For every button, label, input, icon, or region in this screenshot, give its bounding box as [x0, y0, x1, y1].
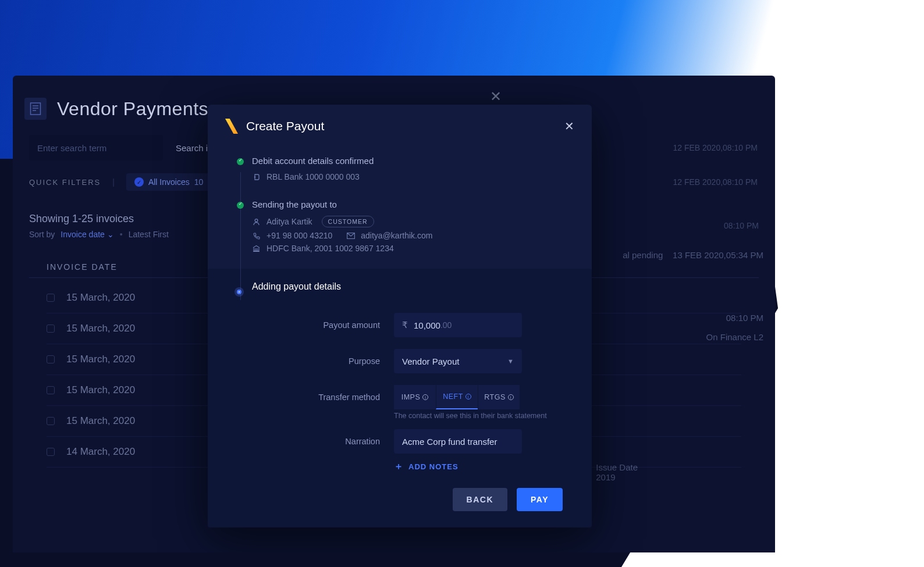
recipient-bank: HDFC Bank, 2001 1002 9867 1234	[266, 244, 394, 253]
svg-rect-0	[31, 103, 41, 115]
step-debit-account: Debit account details confirmed RBL Bank…	[237, 150, 574, 194]
bank-icon	[252, 173, 261, 181]
chevron-down-icon: ▼	[507, 358, 514, 365]
close-icon[interactable]: ✕	[564, 119, 574, 133]
back-button[interactable]: BACK	[453, 488, 507, 511]
user-icon	[252, 217, 261, 226]
step-done-icon	[237, 158, 244, 165]
method-segmented: IMPSi NEFTi RTGSi	[394, 385, 520, 409]
amount-value: 10,000	[414, 320, 440, 330]
step-active-icon	[237, 290, 241, 294]
search-input[interactable]	[29, 135, 163, 161]
row-purpose: Purpose Vendor Payout ▼	[237, 343, 563, 379]
row-date: 15 March, 2020	[66, 292, 159, 304]
row-checkbox[interactable]	[47, 386, 55, 394]
receipt-icon	[24, 98, 47, 120]
method-label: Transfer method	[237, 393, 380, 402]
app-frame: ✕ Vendor Payments Search in 12 FEB 2020,…	[13, 76, 775, 552]
info-icon: i	[465, 394, 471, 400]
row-checkbox[interactable]	[47, 448, 55, 456]
svg-point-4	[254, 176, 255, 177]
purpose-value: Vendor Payout	[402, 356, 459, 366]
recipient-name: Aditya Kartik	[266, 217, 312, 226]
step1-bank: RBL Bank 1000 0000 003	[266, 172, 360, 181]
row-date: 15 March, 2020	[66, 415, 159, 427]
phone-icon	[252, 231, 261, 240]
amount-field[interactable]: ₹ 10,000.00	[394, 313, 522, 337]
svg-point-5	[255, 219, 258, 222]
divider: |	[112, 177, 115, 187]
rupee-icon: ₹	[402, 320, 408, 330]
method-imps[interactable]: IMPSi	[394, 385, 436, 409]
purpose-select[interactable]: Vendor Payout ▼	[394, 349, 522, 373]
filter-count: 10	[194, 177, 204, 187]
side-finance: 08:10 PM On Finance L2	[706, 313, 763, 342]
filter-all-invoices[interactable]: ✓ All Invoices 10	[126, 173, 211, 191]
page-title: Vendor Payments	[57, 98, 208, 120]
step3-title: Adding payout details	[252, 281, 563, 292]
mail-icon	[346, 231, 355, 240]
side-issue-date: Issue Date 2019	[596, 462, 638, 482]
recipient-email: aditya@karthik.com	[361, 231, 432, 240]
add-notes-button[interactable]: ＋ ADD NOTES	[394, 462, 459, 471]
search-in-label: Search in	[176, 143, 212, 153]
filter-label: All Invoices	[148, 177, 190, 187]
bank-building-icon	[252, 244, 261, 253]
modal-title: Create Payout	[246, 119, 324, 133]
narration-input[interactable]	[394, 429, 522, 454]
timestamp: 12 FEB 2020,08:10 PM	[673, 177, 758, 187]
customer-badge: CUSTOMER	[322, 216, 374, 227]
row-date: 15 March, 2020	[66, 384, 159, 396]
row-method: Transfer method IMPSi NEFTi RTGSi	[237, 379, 563, 415]
row-narration: Narration	[237, 423, 563, 459]
frame-close-icon[interactable]: ✕	[490, 88, 502, 105]
timestamp: 08:10 PM	[724, 221, 759, 230]
step2-title: Sending the payout to	[252, 199, 574, 209]
plus-icon: ＋	[394, 462, 404, 471]
amount-label: Payout amount	[237, 320, 380, 330]
row-date: 15 March, 2020	[66, 323, 159, 334]
info-icon: i	[508, 394, 514, 400]
check-icon: ✓	[134, 177, 144, 187]
row-checkbox[interactable]	[47, 324, 55, 333]
purpose-label: Purpose	[237, 356, 380, 366]
add-notes-label: ADD NOTES	[408, 462, 459, 471]
sort-order: Latest First	[129, 230, 169, 239]
method-helper: The contact will see this in their bank …	[237, 412, 563, 420]
method-neft[interactable]: NEFTi	[436, 385, 478, 409]
sort-by-label: Sort by	[29, 230, 55, 239]
steps: Debit account details confirmed RBL Bank…	[208, 140, 592, 527]
info-icon: i	[422, 394, 428, 400]
step1-title: Debit account details confirmed	[252, 156, 574, 166]
quick-filters-label: QUICK FILTERS	[29, 178, 101, 187]
create-payout-modal: Create Payout ✕ Debit account details co…	[208, 105, 592, 527]
step-done-icon	[237, 202, 244, 209]
row-checkbox[interactable]	[47, 355, 55, 363]
row-checkbox[interactable]	[47, 417, 55, 425]
brand-logo-icon	[225, 119, 238, 134]
modal-footer: BACK PAY	[237, 472, 563, 512]
method-rtgs[interactable]: RTGSi	[478, 385, 520, 409]
amount-cents: .00	[440, 320, 452, 330]
step-recipient: Sending the payout to Aditya Kartik CUST…	[237, 194, 574, 265]
row-date: 14 March, 2020	[66, 446, 159, 458]
row-date: 15 March, 2020	[66, 354, 159, 365]
modal-header: Create Payout ✕	[208, 105, 592, 140]
row-checkbox[interactable]	[47, 294, 55, 302]
step-payout-details: Adding payout details Payout amount ₹ 10…	[208, 269, 592, 527]
timestamp: 12 FEB 2020,08:10 PM	[673, 143, 758, 152]
sort-field[interactable]: Invoice date ⌄	[61, 230, 113, 239]
row-amount: Payout amount ₹ 10,000.00	[237, 307, 563, 343]
side-meta: 08:10 PM	[724, 221, 759, 230]
recipient-phone: +91 98 000 43210	[266, 231, 332, 240]
narration-label: Narration	[237, 437, 380, 446]
pay-button[interactable]: PAY	[517, 488, 563, 511]
side-pending: al pending 13 FEB 2020,05:34 PM	[623, 250, 763, 260]
dot: •	[120, 230, 123, 239]
col-invoice-date: INVOICE DATE	[47, 262, 118, 272]
